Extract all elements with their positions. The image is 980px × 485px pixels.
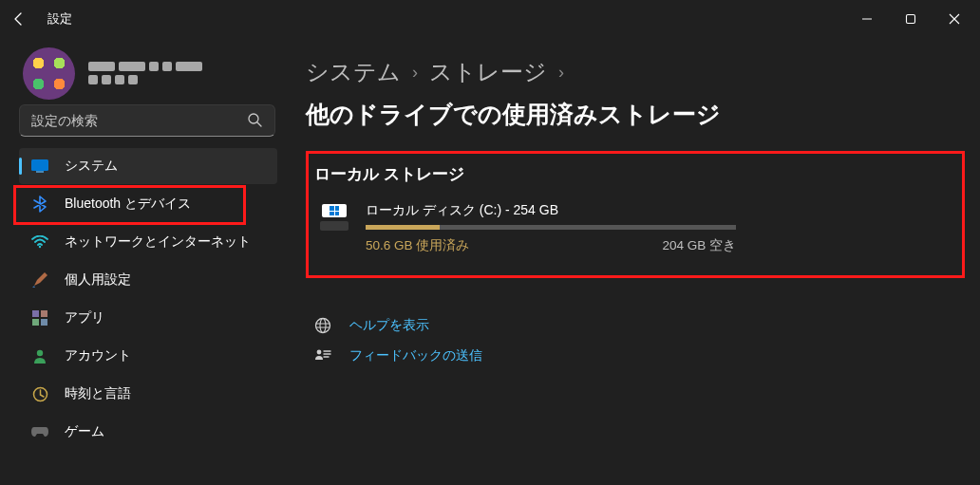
avatar: [23, 47, 75, 100]
help-icon: [313, 316, 332, 335]
sidebar-item-personalization[interactable]: 個人用設定: [19, 262, 277, 298]
svg-rect-5: [32, 310, 39, 317]
help-link[interactable]: ヘルプを表示: [313, 316, 971, 335]
search-icon: [247, 112, 262, 127]
system-icon: [30, 157, 49, 176]
bluetooth-icon: [30, 195, 49, 214]
svg-rect-6: [41, 310, 47, 317]
chevron-icon: ›: [412, 63, 418, 83]
used-text: 50.6 GB 使用済み: [366, 237, 469, 254]
sidebar-item-label: 時刻と言語: [65, 385, 131, 402]
minimize-button[interactable]: [845, 4, 889, 34]
search-box[interactable]: [19, 104, 273, 137]
svg-rect-0: [907, 15, 915, 24]
person-icon: [30, 346, 49, 365]
close-button[interactable]: [933, 4, 976, 34]
svg-point-13: [317, 350, 322, 355]
main-content: システム › ストレージ › 他のドライブでの使用済みストレージ ローカル スト…: [285, 57, 980, 485]
sidebar-item-time-language[interactable]: 時刻と言語: [19, 376, 277, 412]
feedback-link[interactable]: フィードバックの送信: [313, 346, 971, 365]
back-button[interactable]: [4, 4, 34, 34]
drive-icon: [320, 204, 350, 231]
breadcrumb-system[interactable]: システム: [306, 57, 401, 87]
svg-rect-3: [36, 171, 44, 173]
sidebar: システム Bluetooth とデバイス ネットワークとインターネット 個人用設…: [0, 104, 285, 485]
svg-point-1: [249, 114, 258, 123]
apps-icon: [30, 308, 49, 327]
gamepad-icon: [30, 422, 49, 441]
titlebar: 設定: [0, 0, 980, 38]
sidebar-item-label: アプリ: [65, 309, 104, 326]
highlight-box: ローカル ストレージ ローカル ディスク (C:) - 254 GB 50.6 …: [306, 151, 965, 278]
section-title: ローカル ストレージ: [314, 163, 949, 185]
breadcrumb-current: 他のドライブでの使用済みストレージ: [306, 99, 721, 130]
sidebar-item-apps[interactable]: アプリ: [19, 300, 277, 336]
svg-rect-2: [31, 159, 48, 171]
storage-bar: [366, 225, 736, 230]
sidebar-item-gaming[interactable]: ゲーム: [19, 414, 277, 450]
sidebar-item-label: 個人用設定: [65, 271, 131, 289]
maximize-button[interactable]: [889, 4, 933, 34]
sidebar-item-label: Bluetooth とデバイス: [65, 196, 191, 213]
svg-point-11: [316, 319, 330, 333]
link-label: フィードバックの送信: [349, 347, 482, 364]
svg-point-12: [320, 319, 326, 333]
chevron-icon: ›: [558, 63, 564, 83]
paintbrush-icon: [30, 270, 49, 289]
drive-row[interactable]: ローカル ディスク (C:) - 254 GB 50.6 GB 使用済み 204…: [314, 202, 949, 254]
free-text: 204 GB 空き: [662, 237, 736, 254]
sidebar-item-accounts[interactable]: アカウント: [19, 338, 277, 374]
sidebar-item-label: ネットワークとインターネット: [65, 233, 251, 251]
clock-globe-icon: [30, 384, 49, 403]
breadcrumb: システム › ストレージ › 他のドライブでの使用済みストレージ: [306, 57, 971, 130]
sidebar-item-system[interactable]: システム: [19, 148, 277, 184]
sidebar-item-label: ゲーム: [65, 423, 104, 440]
wifi-icon: [30, 233, 49, 252]
svg-rect-7: [32, 319, 39, 326]
sidebar-item-bluetooth[interactable]: Bluetooth とデバイス: [19, 186, 277, 222]
sidebar-item-network[interactable]: ネットワークとインターネット: [19, 224, 277, 260]
svg-point-4: [39, 246, 41, 248]
link-label: ヘルプを表示: [349, 317, 429, 334]
drive-label: ローカル ディスク (C:) - 254 GB: [366, 202, 943, 219]
footer-links: ヘルプを表示 フィードバックの送信: [306, 316, 971, 365]
nav-list: システム Bluetooth とデバイス ネットワークとインターネット 個人用設…: [19, 148, 277, 450]
svg-rect-8: [41, 319, 47, 326]
redacted-user-info: [88, 62, 202, 84]
svg-point-9: [37, 350, 43, 356]
feedback-icon: [313, 346, 332, 365]
window-title: 設定: [47, 11, 72, 28]
breadcrumb-storage[interactable]: ストレージ: [429, 57, 547, 87]
search-input[interactable]: [19, 104, 275, 137]
sidebar-item-label: システム: [65, 158, 118, 175]
sidebar-item-label: アカウント: [65, 347, 131, 364]
